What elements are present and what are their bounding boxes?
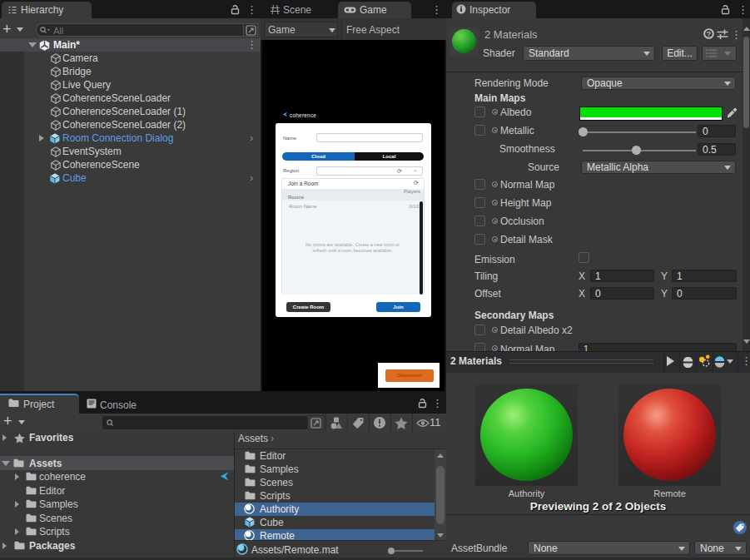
svg-text:?: ? <box>707 30 711 38</box>
